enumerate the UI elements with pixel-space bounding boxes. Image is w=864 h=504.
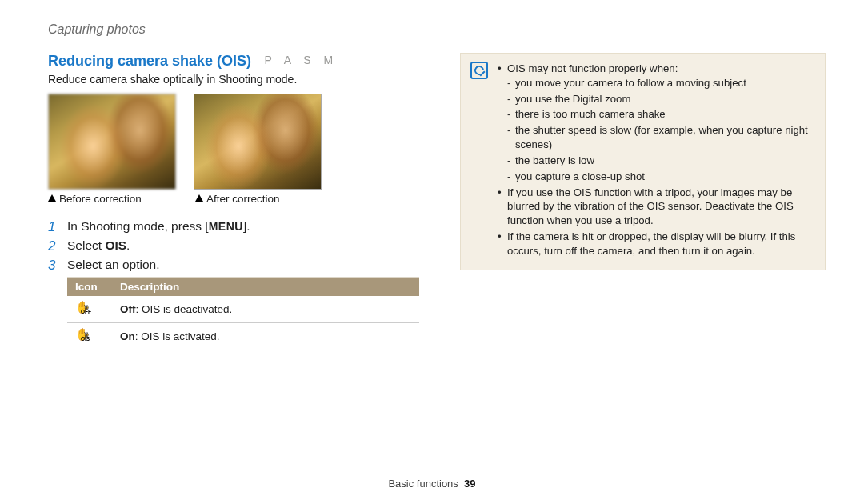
section-description: Reduce camera shake optically in Shootin… — [48, 73, 428, 86]
ois-on-icon: ✋)))OIS — [75, 328, 93, 342]
breadcrumb-header: Capturing photos — [48, 22, 826, 37]
options-table: Icon Description ✋)))OFF Off: OIS is dea… — [67, 277, 419, 350]
note-bullet: If you use the OIS function with a tripo… — [498, 186, 814, 228]
triangle-up-icon — [195, 194, 203, 202]
caption-after: After correction — [195, 193, 325, 205]
table-row: ✋)))OFF Off: OIS is deactivated. — [67, 296, 419, 323]
note-box: OIS may not function properly when: you … — [460, 53, 826, 270]
example-photo-before — [48, 94, 176, 190]
step-3: Select an option. — [48, 258, 428, 272]
note-intro: OIS may not function properly when: — [507, 62, 678, 74]
step-1: In Shooting mode, press [MENU]. — [48, 219, 428, 234]
section-heading-row: Reducing camera shake (OIS) P A S M — [48, 53, 428, 70]
note-sub-item: you capture a close-up shot — [507, 170, 814, 184]
mode-badges: P A S M — [265, 54, 338, 66]
note-icon — [470, 62, 488, 79]
menu-button-label: MENU — [209, 220, 243, 233]
note-sub-item: the shutter speed is slow (for example, … — [507, 123, 814, 152]
note-sub-item: you move your camera to follow a moving … — [507, 76, 814, 90]
note-content: OIS may not function properly when: you … — [498, 62, 814, 260]
steps-list: In Shooting mode, press [MENU]. Select O… — [48, 219, 428, 272]
example-photo-after — [194, 94, 322, 190]
section-title: Reducing camera shake (OIS) — [48, 53, 251, 69]
note-sub-item: you use the Digital zoom — [507, 92, 814, 106]
ois-off-icon: ✋)))OFF — [75, 301, 93, 315]
caption-before: Before correction — [48, 193, 178, 205]
triangle-up-icon — [48, 194, 56, 202]
note-sub-item: the battery is low — [507, 154, 814, 168]
table-header-icon: Icon — [67, 278, 112, 297]
table-row: ✋)))OIS On: OIS is activated. — [67, 323, 419, 350]
step-2: Select OIS. — [48, 238, 428, 253]
note-bullet: If the camera is hit or dropped, the dis… — [498, 230, 814, 258]
page-footer: Basic functions 39 — [0, 478, 864, 490]
page-number: 39 — [464, 478, 475, 490]
note-sub-item: there is too much camera shake — [507, 107, 814, 122]
table-header-description: Description — [112, 278, 419, 297]
